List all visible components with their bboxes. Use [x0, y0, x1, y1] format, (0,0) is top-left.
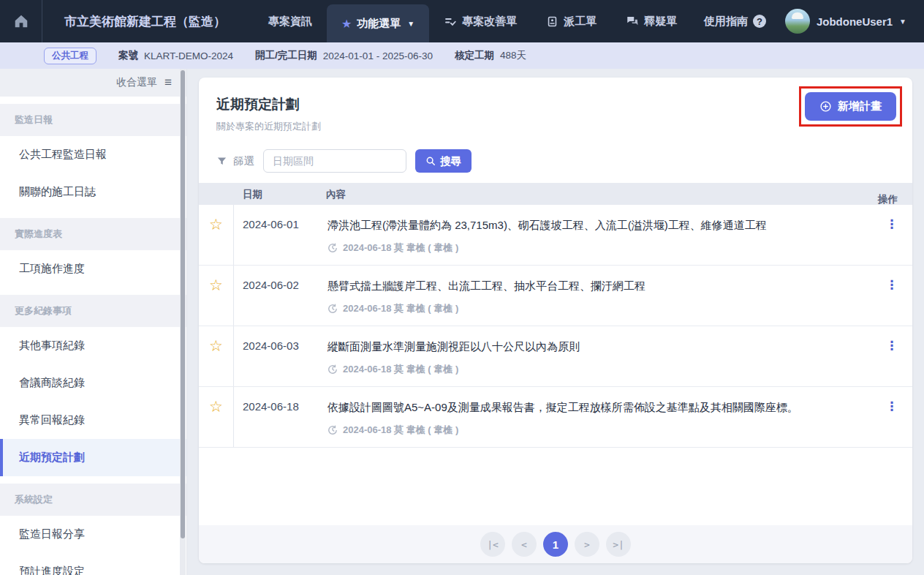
sidebar-item-planned-progress-settings[interactable]: 預計進度設定 — [0, 553, 186, 575]
row-content: 滯洪池工程(滯洪量體約為 23,715m3)、砌石護坡工程、入流工(溢洪堰)工程… — [327, 217, 864, 233]
sidebar-item-related-construction-log[interactable]: 關聯的施工日誌 — [0, 173, 186, 211]
nav-clarification-form[interactable]: 釋疑單 — [611, 0, 692, 42]
pagination-next-button[interactable]: > — [575, 532, 599, 557]
col-content: 內容 — [326, 188, 871, 201]
favorite-star-icon[interactable]: ☆ — [209, 217, 223, 265]
date-range-input[interactable] — [263, 149, 406, 173]
main-nav: 專案資訊 ★ 功能選單 ▼ 專案改善單 派工單 釋疑單 — [254, 0, 692, 42]
kebab-menu-icon[interactable]: ⋮ — [880, 397, 904, 416]
section-header-system-settings: 系統設定 — [0, 484, 186, 516]
nav-project-info[interactable]: 專案資訊 — [254, 0, 327, 42]
user-menu[interactable]: JobdoneUser1 ▼ — [785, 9, 906, 34]
sidebar-scrollbar[interactable] — [180, 69, 186, 575]
pagination-last-button[interactable]: >| — [606, 532, 631, 557]
table-row: ☆ 2024-06-18 依據設計圖圖號A5~A-09及測量成果報告書，擬定工程… — [199, 387, 912, 448]
project-info-bar: 公共工程 案號 KLART-DEMO-2024 開工/完工日期 2024-01-… — [0, 42, 924, 69]
case-number-field: 案號 KLART-DEMO-2024 — [118, 49, 233, 62]
kebab-menu-icon[interactable]: ⋮ — [880, 215, 904, 233]
sidebar-item-upcoming-plan[interactable]: 近期預定計劃 — [0, 439, 186, 476]
question-mark-icon: ? — [753, 15, 766, 28]
table-row: ☆ 2024-06-03 縱斷面測量水準測量施測視距以八十公尺以內為原則 202… — [199, 326, 912, 387]
kebab-menu-icon[interactable]: ⋮ — [880, 337, 904, 355]
search-button[interactable]: 搜尋 — [415, 149, 472, 173]
user-guide-link[interactable]: 使用指南 ? — [704, 15, 766, 29]
nav-function-menu[interactable]: ★ 功能選單 ▼ — [327, 4, 429, 42]
row-content: 縱斷面測量水準測量施測視距以八十公尺以內為原則 — [327, 339, 864, 354]
row-content: 懸臂式擋土牆護岸工程、出流工工程、抽水平台工程、攔汙網工程 — [327, 278, 864, 293]
pagination: |< < 1 > >| — [199, 525, 912, 563]
search-icon — [425, 156, 436, 166]
history-clock-icon — [327, 304, 338, 314]
filter-label: 篩選 — [216, 154, 254, 168]
pagination-page-1-button[interactable]: 1 — [543, 532, 568, 557]
table-row: ☆ 2024-06-02 懸臂式擋土牆護岸工程、出流工工程、抽水平台工程、攔汙網… — [199, 266, 912, 326]
sidebar-item-daily-report-share[interactable]: 監造日報分享 — [0, 516, 186, 553]
sidebar-item-work-item-progress[interactable]: 工項施作進度 — [0, 250, 186, 288]
plus-circle-icon — [819, 100, 832, 113]
funnel-icon — [216, 156, 227, 167]
main-content: 新增計畫 近期預定計劃 關於專案的近期預定計劃 篩選 — [187, 69, 924, 575]
scrollbar-thumb[interactable] — [181, 70, 185, 538]
highlight-annotation: 新增計畫 — [799, 86, 902, 127]
collapse-menu-button[interactable]: 收合選單 ≡ — [0, 69, 186, 97]
favorite-star-icon[interactable]: ☆ — [209, 277, 223, 326]
top-navigation-bar: 市立美術館新建工程（監造） 專案資訊 ★ 功能選單 ▼ 專案改善單 派工單 釋疑 — [0, 0, 924, 42]
row-date: 2024-06-03 — [234, 326, 326, 386]
sidebar-item-other-matters-record[interactable]: 其他事項紀錄 — [0, 327, 186, 364]
row-date: 2024-06-18 — [234, 387, 326, 447]
row-meta: 2024-06-18 莫 韋樵 ( 韋樵 ) — [327, 241, 864, 255]
favorite-star-icon[interactable]: ☆ — [209, 338, 223, 386]
table-header: 日期 內容 操作 — [199, 183, 912, 205]
nav-dispatch-form[interactable]: 派工單 — [531, 0, 611, 42]
row-meta: 2024-06-18 莫 韋樵 ( 韋樵 ) — [327, 363, 864, 376]
col-date: 日期 — [234, 188, 326, 201]
checklist-icon — [444, 15, 457, 28]
section-header-daily-report: 監造日報 — [0, 104, 186, 136]
row-date: 2024-06-01 — [234, 205, 326, 265]
history-clock-icon — [327, 243, 338, 253]
plans-table: 日期 內容 操作 ☆ 2024-06-01 滯洪池工程(滯洪量體約為 23,71… — [199, 183, 912, 448]
chevron-down-icon: ▼ — [407, 20, 414, 28]
home-button[interactable] — [0, 0, 42, 42]
project-type-badge: 公共工程 — [44, 48, 96, 64]
date-range-field: 開工/完工日期 2024-01-01 - 2025-06-30 — [255, 49, 433, 62]
favorite-star-icon[interactable]: ☆ — [209, 399, 223, 447]
project-title: 市立美術館新建工程（監造） — [42, 0, 254, 42]
approved-duration-field: 核定工期 488天 — [455, 49, 526, 62]
kebab-menu-icon[interactable]: ⋮ — [880, 276, 904, 294]
sidebar-item-abnormal-report-record[interactable]: 異常回報紀錄 — [0, 402, 186, 439]
nav-improvement-form[interactable]: 專案改善單 — [429, 0, 531, 42]
pagination-first-button[interactable]: |< — [480, 532, 505, 557]
section-header-actual-progress: 實際進度表 — [0, 218, 186, 250]
row-meta: 2024-06-18 莫 韋樵 ( 韋樵 ) — [327, 302, 864, 315]
hamburger-icon: ≡ — [164, 75, 172, 90]
col-actions: 操作 — [871, 183, 912, 206]
section-header-more-records: 更多紀錄事項 — [0, 295, 186, 327]
home-icon — [13, 13, 29, 29]
row-date: 2024-06-02 — [234, 266, 326, 326]
chat-icon — [626, 15, 639, 28]
sidebar: 收合選單 ≡ 監造日報 公共工程監造日報 關聯的施工日誌 實際進度表 工項施作進… — [0, 69, 187, 575]
chevron-down-icon: ▼ — [899, 18, 906, 26]
history-clock-icon — [327, 425, 338, 435]
user-name: JobdoneUser1 — [817, 15, 893, 28]
sidebar-item-meeting-record[interactable]: 會議商談紀錄 — [0, 364, 186, 402]
row-content: 依據設計圖圖號A5~A-09及測量成果報告書，擬定工程放樣所需佈設之基準點及其相… — [327, 399, 864, 415]
sidebar-item-public-works-daily-report[interactable]: 公共工程監造日報 — [0, 136, 186, 173]
star-icon: ★ — [341, 17, 352, 31]
row-meta: 2024-06-18 莫 韋樵 ( 韋樵 ) — [327, 424, 864, 437]
avatar — [785, 9, 810, 34]
page-subtitle: 關於專案的近期預定計劃 — [216, 120, 895, 133]
history-clock-icon — [327, 364, 338, 375]
badge-icon — [546, 15, 558, 28]
pagination-prev-button[interactable]: < — [512, 532, 537, 557]
table-row: ☆ 2024-06-01 滯洪池工程(滯洪量體約為 23,715m3)、砌石護坡… — [199, 205, 912, 266]
upcoming-plan-card: 新增計畫 近期預定計劃 關於專案的近期預定計劃 篩選 — [199, 78, 912, 563]
page-title: 近期預定計劃 — [216, 95, 895, 114]
add-plan-button[interactable]: 新增計畫 — [805, 92, 896, 121]
